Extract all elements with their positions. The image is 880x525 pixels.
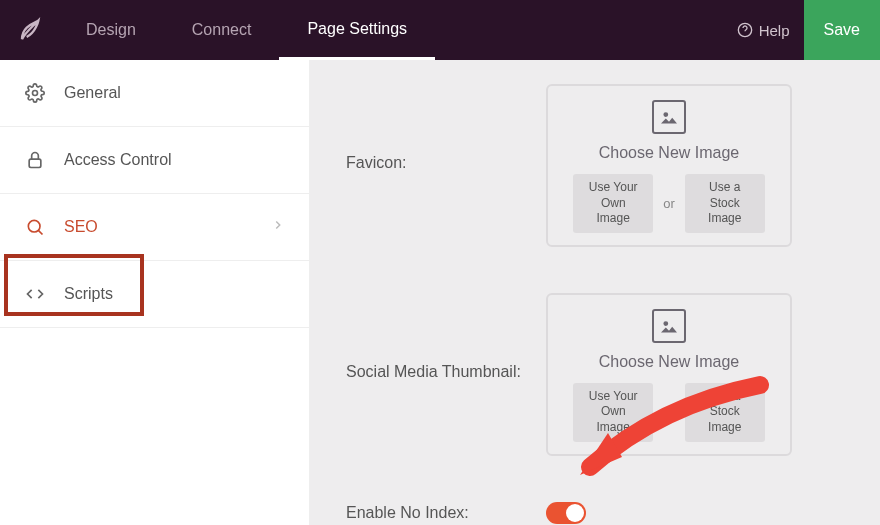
help-label: Help [759,22,790,39]
search-icon [24,216,46,238]
nav-connect[interactable]: Connect [164,0,280,60]
image-placeholder: Choose New Image Use Your Own Image or U… [560,309,778,442]
use-stock-image-button[interactable]: Use a Stock Image [685,174,765,233]
use-stock-image-button[interactable]: Use a Stock Image [685,383,765,442]
top-nav: Design Connect Page Settings [58,0,435,60]
sidebar-item-label: Access Control [64,151,172,169]
or-label: or [663,405,675,420]
nav-page-settings[interactable]: Page Settings [279,0,435,60]
sidebar: General Access Control SEO Scripts [0,60,310,525]
nav-design[interactable]: Design [58,0,164,60]
image-icon [652,100,686,134]
sidebar-item-scripts[interactable]: Scripts [0,261,309,328]
use-own-image-button[interactable]: Use Your Own Image [573,383,653,442]
gear-icon [24,82,46,104]
favicon-label: Favicon: [346,84,546,172]
header-right: Help Save [737,0,880,60]
noindex-toggle[interactable] [546,502,586,524]
body-wrap: General Access Control SEO Scripts [0,60,880,525]
help-link[interactable]: Help [737,22,790,39]
image-buttons: Use Your Own Image or Use a Stock Image [573,383,765,442]
svg-point-1 [33,91,38,96]
social-thumbnail-label: Social Media Thumbnail: [346,293,546,381]
code-icon [24,283,46,305]
sidebar-item-general[interactable]: General [0,60,309,127]
sidebar-item-seo[interactable]: SEO [0,194,309,261]
or-label: or [663,196,675,211]
favicon-row: Favicon: Choose New Image Use Your Own I… [346,84,844,247]
image-icon [652,309,686,343]
choose-image-label: Choose New Image [599,353,740,371]
logo-icon [0,0,58,60]
svg-point-4 [664,113,667,116]
noindex-row: Enable No Index: [346,502,844,524]
favicon-image-picker: Choose New Image Use Your Own Image or U… [546,84,792,247]
save-button[interactable]: Save [804,0,880,60]
sidebar-item-label: SEO [64,218,98,236]
svg-point-5 [664,322,667,325]
choose-image-label: Choose New Image [599,144,740,162]
sidebar-item-label: Scripts [64,285,113,303]
use-own-image-button[interactable]: Use Your Own Image [573,174,653,233]
chevron-right-icon [271,218,285,236]
social-image-picker: Choose New Image Use Your Own Image or U… [546,293,792,456]
social-thumbnail-row: Social Media Thumbnail: Choose New Image… [346,293,844,456]
sidebar-item-access-control[interactable]: Access Control [0,127,309,194]
sidebar-item-label: General [64,84,121,102]
image-buttons: Use Your Own Image or Use a Stock Image [573,174,765,233]
help-icon [737,22,753,38]
top-header: Design Connect Page Settings Help Save [0,0,880,60]
svg-rect-2 [29,159,41,167]
content-panel: Favicon: Choose New Image Use Your Own I… [310,60,880,525]
lock-icon [24,149,46,171]
noindex-label: Enable No Index: [346,504,546,522]
svg-point-3 [28,220,40,232]
image-placeholder: Choose New Image Use Your Own Image or U… [560,100,778,233]
